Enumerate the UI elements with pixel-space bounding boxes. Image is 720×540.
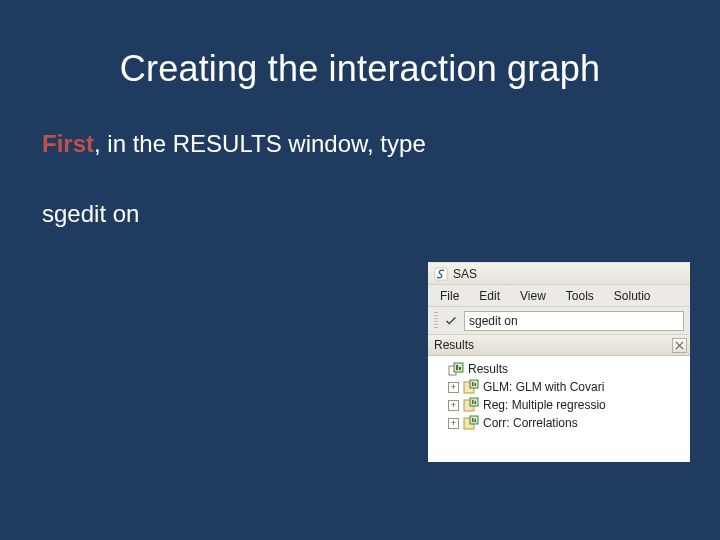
results-tree: Results + GLM: GLM with Covari + Reg: Mu… [428,356,690,462]
tree-item-label: Reg: Multiple regressio [483,398,606,412]
tree-item[interactable]: + GLM: GLM with Covari [430,378,688,396]
command-input[interactable] [464,311,684,331]
menu-solutions[interactable]: Solutio [604,287,661,305]
command-to-type: sgedit on [0,158,720,228]
expander-icon[interactable]: + [448,418,459,429]
svg-rect-14 [470,416,478,424]
tree-root[interactable]: Results [430,360,688,378]
expander-icon[interactable]: + [448,382,459,393]
svg-rect-7 [472,382,474,386]
submit-check-icon[interactable] [444,314,458,328]
svg-rect-11 [472,400,474,404]
result-node-icon [463,379,479,395]
svg-rect-6 [470,380,478,388]
tree-item[interactable]: + Corr: Correlations [430,414,688,432]
toolbar-grip-icon [434,312,438,330]
result-node-icon [463,397,479,413]
svg-rect-10 [470,398,478,406]
expander-icon[interactable]: + [448,400,459,411]
titlebar: SAS [428,263,690,285]
svg-rect-3 [456,365,458,370]
svg-rect-4 [459,367,461,370]
tree-item-label: Corr: Correlations [483,416,578,430]
tree-item[interactable]: + Reg: Multiple regressio [430,396,688,414]
close-icon[interactable] [672,338,687,353]
sas-logo-icon [434,267,448,281]
results-panel-header: Results [428,335,690,356]
command-bar [428,307,690,335]
tree-item-label: GLM: GLM with Covari [483,380,604,394]
svg-rect-12 [475,401,477,404]
svg-rect-8 [475,383,477,386]
menu-view[interactable]: View [510,287,556,305]
result-node-icon [463,415,479,431]
menu-edit[interactable]: Edit [469,287,510,305]
menu-file[interactable]: File [430,287,469,305]
tree-root-label: Results [468,362,508,376]
menubar: File Edit View Tools Solutio [428,285,690,307]
results-root-icon [448,361,464,377]
results-panel-title: Results [434,338,474,352]
instruction-line: First, in the RESULTS window, type [0,90,720,158]
app-title: SAS [453,267,477,281]
first-word: First [42,130,94,157]
sas-window: SAS File Edit View Tools Solutio Results… [428,262,690,462]
svg-rect-2 [454,363,463,372]
slide-title: Creating the interaction graph [0,0,720,90]
menu-tools[interactable]: Tools [556,287,604,305]
instruction-rest: , in the RESULTS window, type [94,130,426,157]
svg-rect-16 [475,419,477,422]
svg-rect-15 [472,418,474,422]
